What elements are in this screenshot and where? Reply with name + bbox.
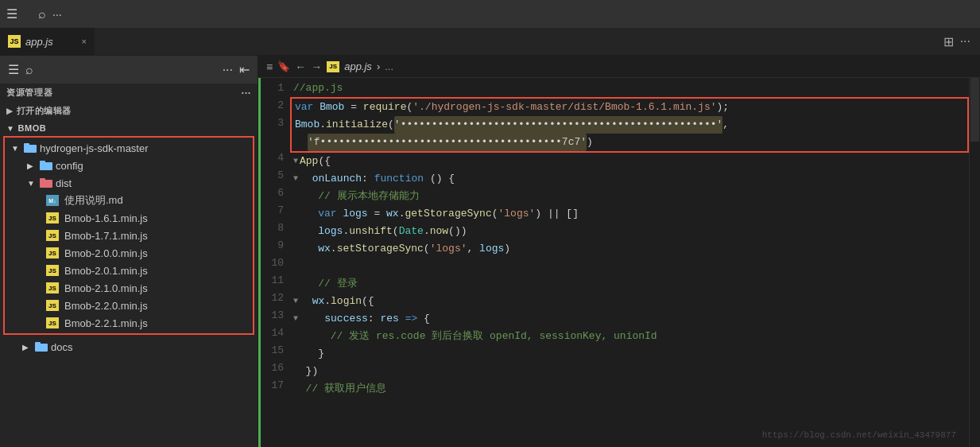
code-line-1: //app.js	[290, 80, 969, 97]
code-token: ) || []	[535, 205, 579, 223]
tree-item-bmob220[interactable]: JS Bmob-2.2.0.min.js	[5, 297, 253, 314]
code-token: 'logs'	[498, 205, 536, 223]
breadcrumb-back-icon[interactable]: ←	[295, 60, 306, 73]
tree-item-bmob221[interactable]: JS Bmob-2.2.1.min.js	[5, 314, 253, 332]
root-folder-name: hydrogen-js-sdk-master	[40, 142, 149, 154]
code-token: logs	[318, 223, 343, 240]
sidebar-more-icon[interactable]: ···	[223, 63, 233, 77]
editor-content: 1 2 3 4 5 6 7 8 9 10 11 12 13 14 15 16 1…	[258, 78, 980, 447]
code-token: logs	[343, 205, 367, 223]
code-line-3b: 'f••••••••••••••••••••••••••••••••••••••…	[292, 134, 967, 151]
breadcrumb-forward-icon[interactable]: →	[311, 60, 322, 73]
config-folder-name: config	[56, 160, 83, 172]
code-token: )	[587, 134, 593, 151]
breadcrumb-js-icon: JS	[327, 61, 339, 72]
editor-area: ≡ 🔖 ← → JS app.js › ... 1 2 3 4 5 6 7 8	[258, 56, 980, 447]
code-token: ({	[318, 153, 331, 170]
open-editors-header[interactable]: ▶ 打开的编辑器	[0, 102, 258, 120]
code-line-7: var logs = wx.getStorageSync('logs') || …	[290, 205, 969, 223]
code-token: onLaunch	[312, 170, 362, 188]
breadcrumb-bar: ≡ 🔖 ← → JS app.js › ...	[258, 56, 980, 78]
code-token	[300, 293, 312, 310]
tree-item-bmob161[interactable]: JS Bmob-1.6.1.min.js	[5, 209, 253, 227]
code-token	[293, 188, 318, 205]
js-icon-bmob221: JS	[46, 317, 59, 328]
code-token: ,	[467, 240, 479, 258]
code-line-9: wx.setStorageSync('logs', logs)	[290, 240, 969, 258]
code-token	[293, 205, 318, 223]
tree-item-root[interactable]: ▼ hydrogen-js-sdk-master	[5, 139, 253, 157]
code-line-6: // 展示本地存储能力	[290, 188, 969, 205]
code-line-8: logs.unshift(Date.now())	[290, 223, 969, 240]
docs-folder-icon	[35, 341, 48, 352]
tree-item-bmob200[interactable]: JS Bmob-2.0.0.min.js	[5, 244, 253, 262]
sidebar-content: ▶ 打开的编辑器 ▼ BMOB ▼ hydrogen-js-sdk-master	[0, 102, 258, 447]
bmob210-name: Bmob-2.1.0.min.js	[64, 282, 148, 294]
sidebar-search-icon[interactable]: ⌕	[25, 63, 33, 77]
dist-folder-icon	[40, 177, 52, 189]
code-token: var	[318, 205, 343, 223]
code-line-2: var Bmob = require('./hydrogen-js-sdk-ma…	[292, 99, 967, 116]
bmob-arrow: ▼	[6, 124, 14, 133]
code-token	[300, 170, 312, 188]
sidebar-explorer-header[interactable]: 资源管理器 ···	[0, 84, 258, 102]
sidebar-menu-icon[interactable]: ☰	[8, 62, 19, 77]
code-token: .	[331, 240, 337, 258]
tree-item-bmob210[interactable]: JS Bmob-2.1.0.min.js	[5, 279, 253, 297]
code-token: ({	[362, 293, 374, 310]
fold-arrow-5[interactable]: ▼	[293, 170, 298, 188]
split-editor-icon[interactable]: ⊞	[943, 34, 954, 49]
sidebar-highlight-box: ▼ hydrogen-js-sdk-master ▶ config	[3, 136, 254, 335]
code-token	[293, 275, 318, 293]
tree-item-config[interactable]: ▶ config	[5, 157, 253, 174]
tree-item-bmob171[interactable]: JS Bmob-1.7.1.min.js	[5, 227, 253, 244]
code-token: './hydrogen-js-sdk-master/dist/Bmob-1.6.…	[413, 99, 716, 116]
breadcrumb-bookmark-icon[interactable]: 🔖	[277, 60, 290, 72]
fold-arrow-4[interactable]: ▼	[293, 153, 298, 170]
code-line-4: ▼ App({	[290, 153, 969, 170]
fold-arrow-13[interactable]: ▼	[293, 310, 298, 328]
code-token: ,	[722, 116, 729, 134]
code-token: (	[393, 223, 399, 240]
tree-item-dist[interactable]: ▼ dist	[5, 174, 253, 192]
scrollbar-thumb	[970, 78, 979, 142]
readme-name: 使用说明.md	[64, 193, 123, 208]
sidebar-collapse-icon[interactable]: ⇤	[239, 62, 250, 77]
code-token: Bmob	[320, 99, 344, 116]
code-token	[293, 380, 306, 398]
code-token: =	[344, 99, 362, 116]
main-layout: ☰ ⌕ ··· ⇤ 资源管理器 ··· ▶ 打开的编辑器 ▼ BMOB	[0, 56, 980, 447]
tree-item-docs[interactable]: ▶ docs	[0, 338, 258, 356]
code-token: var	[295, 99, 320, 116]
tab-close-button[interactable]: ×	[82, 37, 87, 46]
bmob161-name: Bmob-1.6.1.min.js	[64, 212, 148, 224]
code-token: success	[324, 310, 368, 328]
code-line-16: })	[290, 363, 969, 380]
tree-item-readme[interactable]: M↓ 使用说明.md	[5, 192, 253, 209]
sidebar-more-btn[interactable]: ···	[242, 87, 252, 99]
code-token: .	[324, 293, 331, 310]
bmob-header[interactable]: ▼ BMOB	[0, 120, 258, 136]
code-line-11: // 登录	[290, 275, 969, 293]
fold-arrow-12[interactable]: ▼	[293, 293, 298, 310]
bmob220-name: Bmob-2.2.0.min.js	[64, 300, 148, 312]
code-token: () {	[424, 170, 455, 188]
code-token: .	[424, 223, 430, 240]
root-folder-icon	[24, 142, 37, 154]
tree-item-bmob201[interactable]: JS Bmob-2.0.1.min.js	[5, 262, 253, 279]
tab-filename: app.js	[25, 36, 53, 48]
menu-icon[interactable]: ☰	[6, 6, 17, 21]
code-token: }	[293, 345, 324, 363]
code-token: // 获取用户信息	[306, 380, 386, 398]
dist-folder-name: dist	[56, 177, 72, 189]
svg-rect-0	[24, 145, 37, 153]
breadcrumb-menu-icon[interactable]: ≡	[266, 60, 273, 73]
editor-tab-appjs[interactable]: JS app.js ×	[0, 28, 95, 56]
mini-map-scrollbar[interactable]	[969, 78, 980, 447]
js-icon-bmob200: JS	[46, 247, 59, 258]
code-token-blurred: '•••••••••••••••••••••••••••••••••••••••…	[394, 116, 722, 134]
more-icon[interactable]: ···	[52, 8, 62, 21]
more-actions-icon[interactable]: ···	[960, 34, 970, 49]
search-icon[interactable]: ⌕	[38, 7, 46, 21]
code-area[interactable]: //app.js var Bmob = require('./hydrogen-…	[290, 78, 969, 447]
